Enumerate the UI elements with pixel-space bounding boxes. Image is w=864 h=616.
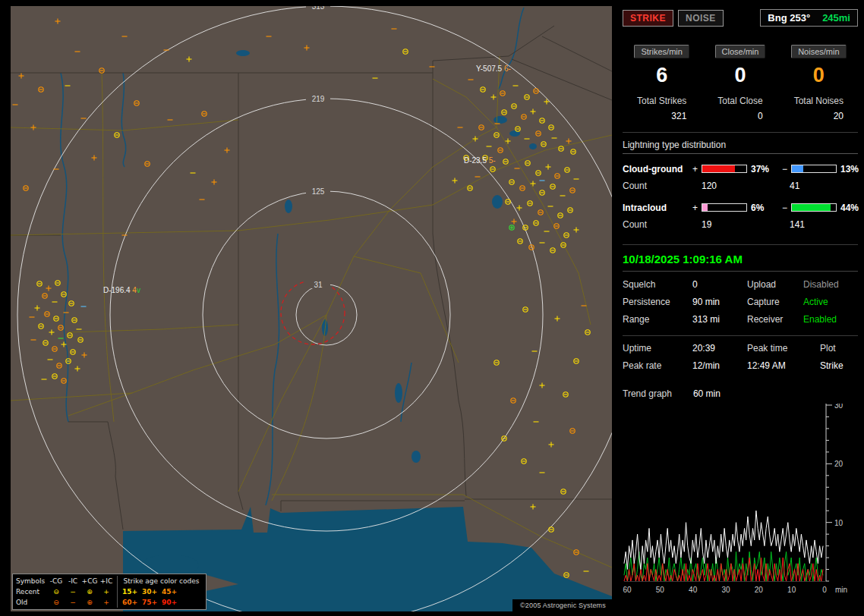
cg-negative-count: 41 (780, 181, 858, 191)
total-close-value: 0 (758, 111, 763, 121)
bearing-display: Bng 253° 245mi (760, 9, 858, 27)
cg-negative-bar (791, 165, 837, 173)
ic-positive-count: 19 (692, 219, 780, 230)
trend-y-tick: 10 (834, 519, 844, 527)
range-value: 313 mi (692, 314, 747, 325)
peak-rate-value: 12/min (692, 360, 747, 371)
ic-negative-percent: 44% (837, 203, 864, 213)
ic-positive-bar (702, 203, 747, 212)
total-noises-value: 20 (834, 111, 844, 121)
trend-x-tick: 10 (787, 586, 796, 594)
close-column: Close/min 0 Total Close 0 (701, 45, 779, 121)
legend-strike-symbol: + (98, 588, 115, 596)
trend-x-tick: 20 (755, 586, 764, 594)
cg-positive-count: 120 (692, 181, 780, 191)
distribution-section: Lightning type distribution Cloud-ground… (623, 132, 858, 234)
age-color-code: 90+ (159, 599, 179, 606)
legend-strike-symbol: − (65, 599, 81, 606)
plus-sign: + (692, 164, 702, 174)
legend-col-ic-neg: -IC (65, 577, 81, 585)
trend-section: Trend graph 60 min 1020306050403020100mi… (623, 382, 858, 600)
age-color-code: 75+ (140, 599, 159, 606)
strike-mode-button[interactable]: STRIKE (623, 10, 673, 27)
uptime-label: Uptime (623, 343, 692, 354)
trend-y-tick: 20 (834, 460, 844, 468)
distribution-title: Lightning type distribution (623, 140, 858, 154)
range-ring-label: 313 (312, 6, 325, 11)
datetime-display: 10/18/2025 1:09:16 AM (623, 252, 858, 272)
legend-strike-symbol: ⊕ (81, 599, 98, 606)
legend-divider (117, 576, 118, 586)
cloud-ground-label: Cloud-ground (623, 164, 692, 174)
intracloud-label: Intracloud (623, 203, 692, 213)
cg-positive-bar (702, 165, 747, 173)
cloud-ground-row: Cloud-ground + 37% − 13% (623, 161, 858, 177)
persistence-label: Persistence (623, 297, 692, 307)
count-label: Count (623, 219, 692, 230)
upload-label: Upload (747, 279, 803, 290)
bearing-range: 245mi (822, 12, 850, 24)
legend-strike-symbol: ⊖ (48, 599, 65, 606)
ic-negative-count: 141 (780, 219, 858, 230)
clock-status-section: 10/18/2025 1:09:16 AM Squelch 0 Upload D… (623, 244, 858, 325)
squelch-value: 0 (692, 279, 747, 290)
peak-time-label: Peak time (747, 343, 820, 354)
app-window: 31321912531 Y-507.5 6-D-23.5 5-D-196.4 4… (0, 0, 864, 616)
total-strikes-label: Total Strikes (637, 96, 686, 106)
legend-col-ic-pos: +IC (98, 577, 115, 585)
peak-rate-label: Peak rate (623, 360, 692, 371)
strikes-column: Strikes/min 6 Total Strikes 321 (623, 45, 701, 121)
lightning-map[interactable]: 31321912531 Y-507.5 6-D-23.5 5-D-196.4 4… (11, 6, 612, 611)
bearing-value: Bng 253° (768, 12, 810, 24)
noises-per-min-button[interactable]: Noises/min (791, 45, 846, 58)
uptime-value: 20:39 (692, 343, 747, 354)
map-legend: Symbols -CG -IC +CG +IC Strike age color… (12, 574, 207, 610)
trend-y-tick: 30 (834, 404, 844, 410)
persistence-value: 90 min (692, 297, 747, 307)
squelch-label: Squelch (623, 279, 692, 290)
storm-cell-label: D-23.5 5- (464, 156, 496, 165)
status-grid: Squelch 0 Upload Disabled Persistence 90… (623, 279, 858, 325)
plus-sign: + (692, 203, 702, 213)
trend-x-tick: 30 (721, 586, 730, 594)
cg-positive-percent: 37% (747, 164, 782, 174)
storm-cell-label: D-196.4 4v (103, 286, 140, 294)
age-color-code: 60+ (120, 599, 140, 606)
trend-graph: 1020306050403020100min (623, 404, 859, 598)
age-color-code: 15+ (120, 588, 140, 596)
upload-value: Disabled (803, 279, 858, 290)
rate-columns: Strikes/min 6 Total Strikes 321 Close/mi… (623, 45, 858, 121)
trend-series-noises (624, 552, 823, 581)
cg-negative-percent: 13% (837, 164, 864, 174)
receiver-label: Receiver (747, 314, 803, 325)
legend-strike-symbol: ⊖ (48, 588, 65, 596)
close-per-min-button[interactable]: Close/min (715, 45, 766, 58)
uptime-section: Uptime 20:39 Peak time Plot Peak rate 12… (623, 335, 858, 371)
storm-cell-label: Y-507.5 6- (476, 64, 511, 73)
trend-x-tick: 0 (822, 586, 827, 594)
plot-value: Strike (820, 360, 858, 371)
legend-symbols-header: Symbols (16, 577, 48, 585)
map-canvas: 31321912531 Y-507.5 6-D-23.5 5-D-196.4 4… (11, 6, 612, 611)
range-ring-label: 31 (314, 281, 323, 289)
minus-sign: − (782, 203, 791, 213)
trend-x-unit: min (835, 586, 847, 594)
noises-column: Noises/min 0 Total Noises 20 (780, 45, 858, 121)
strikes-per-min-button[interactable]: Strikes/min (634, 45, 689, 58)
legend-age-title: Strike age color codes (120, 577, 203, 585)
cloud-ground-count-row: Count 120 41 (623, 177, 858, 195)
trend-graph-label: Trend graph (623, 388, 672, 399)
legend-strike-symbol: − (65, 588, 81, 596)
control-panel: STRIKE NOISE Bng 253° 245mi Strikes/min … (616, 0, 864, 616)
ic-positive-percent: 6% (747, 203, 782, 213)
capture-label: Capture (747, 297, 803, 307)
plot-label: Plot (820, 343, 858, 354)
noise-mode-button[interactable]: NOISE (678, 10, 724, 27)
count-label: Count (623, 181, 692, 191)
ic-negative-bar (791, 203, 837, 212)
intracloud-row: Intracloud + 6% − 44% (623, 200, 858, 215)
mode-toolbar: STRIKE NOISE Bng 253° 245mi (623, 9, 858, 27)
close-per-min-value: 0 (701, 64, 779, 87)
legend-col-cg-neg: -CG (48, 577, 65, 585)
strikes-per-min-value: 6 (623, 64, 701, 87)
